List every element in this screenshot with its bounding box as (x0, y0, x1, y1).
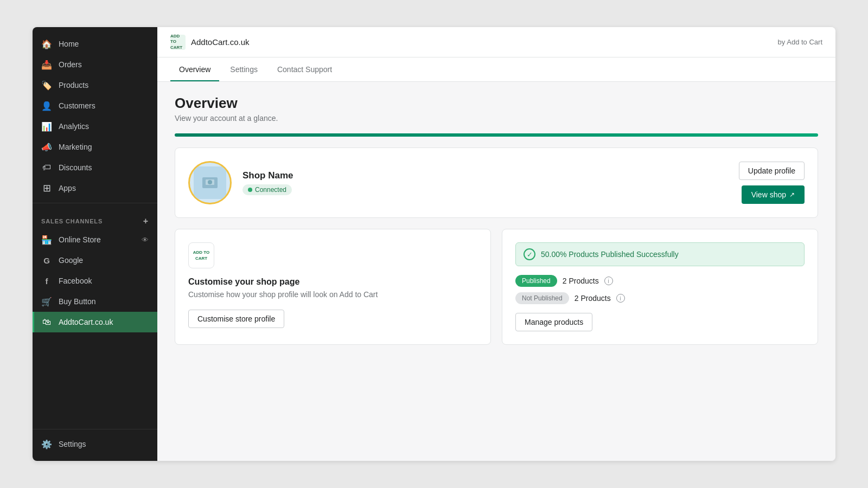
sidebar: 🏠 Home 📥 Orders 🏷️ Products 👤 Customers … (33, 27, 157, 461)
connected-label: Connected (255, 186, 286, 194)
customise-card-title: Customise your shop page (188, 277, 477, 287)
avatar (188, 161, 232, 204)
published-tag: Published (515, 275, 557, 287)
page-heading: Overview (175, 95, 818, 112)
published-info-icon[interactable]: i (604, 277, 613, 285)
sidebar-divider (33, 203, 157, 203)
two-col-section: ADD TOCART Customise your shop page Cust… (175, 229, 818, 345)
apps-icon: ⊞ (41, 183, 52, 194)
sidebar-label-apps: Apps (59, 184, 76, 192)
google-icon: G (41, 255, 52, 266)
orders-icon: 📥 (41, 59, 52, 70)
discounts-icon: 🏷 (41, 162, 52, 173)
sales-channels-label: SALES CHANNELS (41, 218, 103, 224)
sidebar-item-orders[interactable]: 📥 Orders (33, 54, 157, 75)
app-header: ADD TOCART AddtoCart.co.uk by Add to Car… (157, 27, 835, 57)
sales-channels-section: SALES CHANNELS + (33, 208, 157, 229)
sidebar-label-buy-button: Buy Button (59, 297, 96, 306)
sidebar-label-products: Products (59, 81, 88, 89)
buy-button-icon: 🛒 (41, 296, 52, 307)
page-body: Overview View your account at a glance. (157, 82, 835, 358)
customise-card-desc: Customise how your shop profile will loo… (188, 290, 477, 299)
sidebar-item-discounts[interactable]: 🏷 Discounts (33, 157, 157, 178)
sidebar-label-online-store: Online Store (59, 235, 101, 244)
published-count: 2 Products (563, 277, 599, 285)
published-row: Published 2 Products i (515, 275, 805, 287)
sidebar-item-marketing[interactable]: 📣 Marketing (33, 137, 157, 157)
svg-point-2 (208, 180, 212, 184)
external-link-icon: ↗ (789, 191, 795, 198)
settings-icon: ⚙️ (41, 439, 52, 450)
app-header-left: ADD TOCART AddtoCart.co.uk (170, 35, 250, 50)
sidebar-label-customers: Customers (59, 101, 95, 110)
sidebar-item-customers[interactable]: 👤 Customers (33, 95, 157, 116)
app-header-by: by Add to Cart (778, 38, 822, 46)
tabs-bar: Overview Settings Contact Support (157, 57, 835, 82)
sidebar-item-settings[interactable]: ⚙️ Settings (33, 434, 157, 454)
view-shop-label: View shop (751, 190, 786, 199)
update-profile-button[interactable]: Update profile (739, 162, 805, 180)
shop-card: Shop Name Connected Update profile View … (175, 147, 818, 218)
progress-bar (175, 133, 818, 137)
view-shop-button[interactable]: View shop ↗ (742, 185, 805, 204)
customise-store-profile-button[interactable]: Customise store profile (188, 310, 284, 328)
products-icon: 🏷️ (41, 80, 52, 91)
sidebar-label-analytics: Analytics (59, 122, 89, 131)
sidebar-label-facebook: Facebook (59, 277, 92, 285)
facebook-icon: f (41, 275, 52, 286)
sidebar-label-marketing: Marketing (59, 143, 92, 151)
not-published-tag: Not Published (515, 292, 569, 304)
check-circle-icon: ✓ (524, 248, 535, 260)
tab-overview[interactable]: Overview (170, 57, 219, 81)
sidebar-item-google[interactable]: G Google (33, 250, 157, 271)
sidebar-item-buy-button[interactable]: 🛒 Buy Button (33, 291, 157, 312)
sidebar-bottom-divider (33, 429, 157, 429)
not-published-count: 2 Products (575, 294, 611, 303)
connected-badge: Connected (242, 184, 292, 195)
eye-icon[interactable]: 👁 (142, 236, 149, 244)
shop-avatar-wrapper (188, 161, 232, 204)
avatar-image-placeholder (194, 166, 226, 199)
analytics-icon: 📊 (41, 121, 52, 132)
page-subheading: View your account at a glance. (175, 114, 818, 123)
home-icon: 🏠 (41, 38, 52, 49)
marketing-icon: 📣 (41, 142, 52, 152)
sidebar-item-online-store[interactable]: 🏪 Online Store 👁 (33, 229, 157, 250)
published-banner-text: 50.00% Products Published Successfully (541, 250, 679, 259)
sidebar-label-orders: Orders (59, 60, 82, 69)
main-content: ADD TOCART AddtoCart.co.uk by Add to Car… (157, 27, 835, 461)
sidebar-label-home: Home (59, 40, 79, 48)
tab-contact-support[interactable]: Contact Support (269, 57, 341, 81)
sidebar-item-apps[interactable]: ⊞ Apps (33, 178, 157, 198)
manage-products-button[interactable]: Manage products (515, 313, 592, 331)
sidebar-item-addtocart[interactable]: 🛍 AddtoCart.co.uk (33, 312, 157, 332)
sidebar-item-facebook[interactable]: f Facebook (33, 271, 157, 291)
card-logo: ADD TOCART (188, 242, 214, 268)
published-banner: ✓ 50.00% Products Published Successfully (515, 242, 805, 266)
sidebar-item-analytics[interactable]: 📊 Analytics (33, 116, 157, 137)
sidebar-label-settings: Settings (59, 440, 86, 448)
customers-icon: 👤 (41, 100, 52, 111)
sidebar-label-google: Google (59, 256, 83, 265)
sidebar-label-addtocart: AddtoCart.co.uk (59, 318, 113, 326)
sidebar-label-discounts: Discounts (59, 163, 92, 172)
products-card: ✓ 50.00% Products Published Successfully… (502, 229, 818, 345)
sidebar-item-products[interactable]: 🏷️ Products (33, 75, 157, 95)
app-header-title: AddtoCart.co.uk (191, 37, 250, 47)
tab-settings[interactable]: Settings (221, 57, 266, 81)
app-logo: ADD TOCART (170, 35, 186, 50)
connected-dot (248, 188, 252, 192)
not-published-row: Not Published 2 Products i (515, 292, 805, 304)
customise-card: ADD TOCART Customise your shop page Cust… (175, 229, 491, 345)
addtocart-icon: 🛍 (41, 317, 52, 328)
online-store-icon: 🏪 (41, 234, 52, 245)
sidebar-bottom: ⚙️ Settings (33, 425, 157, 454)
shop-actions: Update profile View shop ↗ (739, 162, 805, 204)
add-sales-channel-icon[interactable]: + (143, 216, 149, 226)
shop-info: Shop Name Connected (242, 170, 739, 195)
sidebar-item-home[interactable]: 🏠 Home (33, 34, 157, 54)
not-published-info-icon[interactable]: i (616, 294, 625, 303)
shop-name: Shop Name (242, 170, 739, 181)
